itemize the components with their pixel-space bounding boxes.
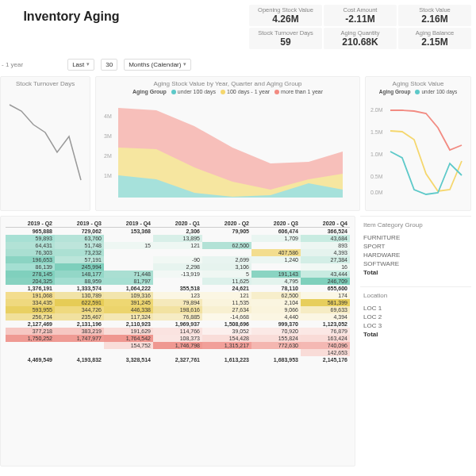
breadcrumb: - 1 year: [2, 61, 23, 68]
dashboard-root: Inventory Aging Opening Stock Value4.26M…: [0, 0, 476, 476]
page-title: Inventory Aging: [0, 10, 143, 24]
aging-matrix: 2019 - Q22019 - Q32019 - Q42020 - Q12020…: [6, 220, 350, 363]
location-panel[interactable]: Location LOC 1LOC 2LOC 3Total: [360, 286, 471, 344]
svg-text:1.5M: 1.5M: [370, 129, 383, 135]
matrix-panel[interactable]: 2019 - Q22019 - Q32019 - Q42020 - Q12020…: [0, 216, 355, 466]
svg-text:2M: 2M: [104, 153, 112, 159]
kpi-grid: Opening Stock Value4.26MCost Amount-2.11…: [249, 5, 471, 49]
location-rows: LOC 1LOC 2LOC 3Total: [363, 304, 468, 339]
filter-last[interactable]: Last ▾: [67, 59, 94, 71]
chevron-down-icon: ▾: [86, 61, 90, 67]
title-block: Inventory Aging: [0, 5, 143, 24]
chart-turnover-days[interactable]: Stock Turnover Days: [0, 76, 90, 211]
svg-text:4M: 4M: [104, 113, 112, 119]
chart-aging-stacked[interactable]: Aging Stock Value by Year, Quarter and A…: [95, 76, 360, 211]
filter-count[interactable]: 30: [101, 59, 117, 71]
legend: Aging Group under 100 days 100 days - 1 …: [101, 89, 355, 94]
list-item[interactable]: SPORT: [363, 242, 468, 251]
multi-line-chart-icon: 2.0M 1.5M 1.0M 0.5M 0.0M: [370, 96, 466, 198]
list-item[interactable]: LOC 2: [363, 313, 468, 321]
kpi-card[interactable]: Stock Turnover Days59: [249, 28, 322, 49]
kpi-card[interactable]: Stock Value2.16M: [398, 5, 471, 26]
kpi-card[interactable]: Aging Quantity210.68K: [324, 28, 397, 49]
svg-text:0.0M: 0.0M: [370, 190, 383, 195]
list-item[interactable]: HARDWARE: [363, 251, 468, 259]
area-chart-icon: 4M 3M 2M 1M: [101, 96, 347, 198]
svg-text:1M: 1M: [104, 173, 112, 178]
kpi-card[interactable]: Cost Amount-2.11M: [324, 5, 397, 26]
kpi-card[interactable]: Opening Stock Value4.26M: [249, 5, 322, 26]
chevron-down-icon: ▾: [183, 61, 186, 67]
list-item[interactable]: LOC 1: [363, 304, 468, 313]
header: Inventory Aging Opening Stock Value4.26M…: [0, 5, 471, 54]
line-chart-icon: [6, 89, 85, 200]
side-panels: Item Category Group FURNITURESPORTHARDWA…: [360, 216, 471, 466]
svg-text:3M: 3M: [104, 133, 112, 139]
list-item[interactable]: LOC 3: [363, 321, 468, 330]
bottom-row: 2019 - Q22019 - Q32019 - Q42020 - Q12020…: [0, 216, 471, 466]
list-item[interactable]: SOFTWARE: [363, 259, 468, 268]
filter-unit[interactable]: Months (Calendar) ▾: [124, 59, 191, 71]
list-item[interactable]: FURNITURE: [363, 233, 468, 242]
svg-text:1.0M: 1.0M: [370, 152, 383, 157]
filter-bar: - 1 year Last ▾ 30 Months (Calendar) ▾: [0, 56, 471, 73]
category-rows: FURNITURESPORTHARDWARESOFTWARETotal: [363, 233, 468, 277]
chart-aging-lines[interactable]: Aging Stock Value Aging Group under 100 …: [365, 76, 471, 211]
svg-text:0.5M: 0.5M: [370, 174, 383, 179]
charts-row: Stock Turnover Days Aging Stock Value by…: [0, 76, 471, 211]
kpi-card[interactable]: Aging Balance2.15M: [398, 28, 471, 49]
category-panel[interactable]: Item Category Group FURNITURESPORTHARDWA…: [360, 216, 471, 282]
svg-text:2.0M: 2.0M: [370, 107, 383, 113]
